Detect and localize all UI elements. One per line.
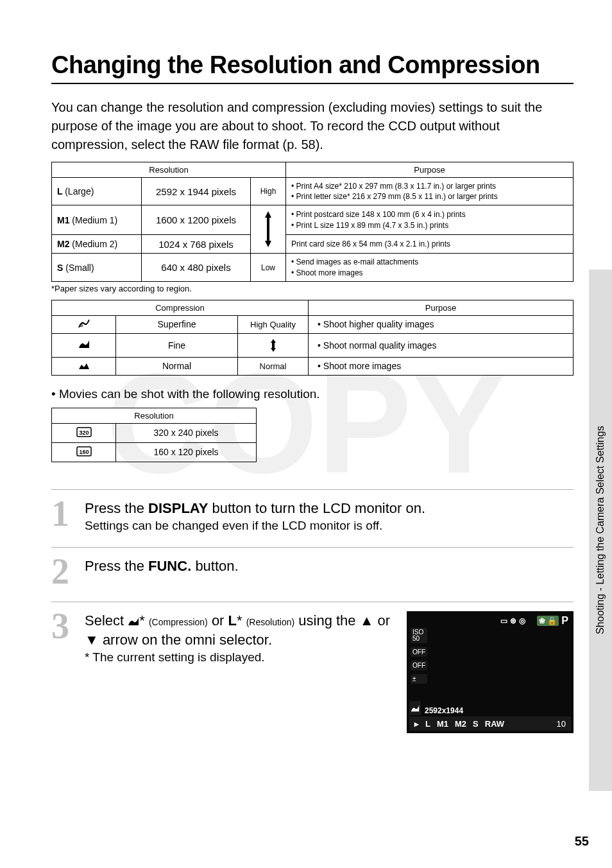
card-icon: ▭ <box>500 616 507 625</box>
compression-table: Compression Purpose S Superfine High Qua… <box>51 300 574 376</box>
macro-icon: ❀ <box>539 616 545 625</box>
res-high-label: High <box>251 178 286 205</box>
step-number: 3 <box>51 611 76 642</box>
res-row-purpose: • Send images as e-mail attachments • Sh… <box>286 254 574 281</box>
steps-list: 1 Press the DISPLAY button to turn the L… <box>51 489 574 747</box>
movie-resolution-table: Resolution 320 320 x 240 pixels 160 160 … <box>51 408 257 462</box>
target-icon: ◎ <box>519 616 525 625</box>
purpose-header: Purpose <box>286 162 574 178</box>
intro-paragraph: You can change the resolution and compre… <box>51 98 574 154</box>
lcd-top-row: ▭ ⊛ ◎ ❀ 🔒 P <box>500 615 568 627</box>
fine-icon <box>128 617 139 626</box>
res-row-pixels: 2592 x 1944 pixels <box>142 178 251 205</box>
res-row-label: M1 (Medium 1) <box>52 205 142 235</box>
movie-pixels: 160 x 120 pixels <box>116 442 257 462</box>
flash-icon: ⊛ <box>510 616 516 625</box>
lcd-count: 10 <box>557 719 566 729</box>
comp-purpose: • Shoot more images <box>309 357 574 375</box>
comp-arrow-icon <box>238 333 309 357</box>
lcd-opt: S <box>473 719 479 729</box>
lcd-preview: ▭ ⊛ ◎ ❀ 🔒 P ISO 50 OFF OFF ± <box>407 611 574 733</box>
res-row-label: M2 (Medium 2) <box>52 234 142 253</box>
res-row-purpose: Print card size 86 x 54 mm (3.4 x 2.1 in… <box>286 234 574 253</box>
res-row-purpose: • Print A4 size* 210 x 297 mm (8.3 x 11.… <box>286 178 574 205</box>
movie-header: Resolution <box>52 408 257 423</box>
res-row-pixels: 1024 x 768 pixels <box>142 234 251 253</box>
step-1: 1 Press the DISPLAY button to turn the L… <box>51 489 574 548</box>
step-heading: Press the FUNC. button. <box>85 557 574 576</box>
lcd-left-column: ISO 50 OFF OFF ± <box>411 628 427 684</box>
svg-text:320: 320 <box>79 430 89 436</box>
comp-name: Normal <box>116 357 238 375</box>
svg-text:S: S <box>80 322 83 328</box>
step-heading: Select * (Compression) or L* (Resolution… <box>85 611 394 649</box>
res-row-pixels: 640 x 480 pixels <box>142 254 251 281</box>
page-title: Changing the Resolution and Compression <box>51 51 574 84</box>
step-3: 3 Select * (Compression) or L* (Resoluti… <box>51 602 574 747</box>
mode-indicator: P <box>561 615 568 627</box>
superfine-icon: S <box>52 315 116 333</box>
normal-icon <box>52 357 116 375</box>
res-row-label: L (Large) <box>52 178 142 205</box>
compression-header: Compression <box>52 300 309 315</box>
step-subtext: * The current setting is displayed. <box>85 650 394 664</box>
comp-purpose: • Shoot higher quality images <box>309 315 574 333</box>
lcd-size-text: 2592x1944 <box>425 706 463 715</box>
lcd-opt: RAW <box>485 719 504 729</box>
lcd-opt: M1 <box>437 719 448 729</box>
resolution-table: Resolution Purpose L (Large) 2592 x 1944… <box>51 162 574 282</box>
fine-icon <box>52 333 116 357</box>
movie-note: • Movies can be shot with the following … <box>51 387 574 401</box>
movie-320-icon: 320 <box>52 423 116 442</box>
movie-160-icon: 160 <box>52 442 116 462</box>
lcd-opt: M2 <box>455 719 466 729</box>
lcd-bottom-bar: ▸ L M1 M2 S RAW 10 <box>409 716 571 731</box>
step-number: 2 <box>51 557 76 587</box>
page-number: 55 <box>575 834 589 849</box>
step-2: 2 Press the FUNC. button. <box>51 547 574 602</box>
step-heading: Press the DISPLAY button to turn the LCD… <box>85 499 574 518</box>
svg-text:160: 160 <box>79 449 89 455</box>
comp-purpose: • Shoot normal quality images <box>309 333 574 357</box>
comp-low-label: Normal <box>238 357 309 375</box>
res-arrow-icon <box>251 205 286 254</box>
step-number: 1 <box>51 499 76 530</box>
res-low-label: Low <box>251 254 286 281</box>
res-row-purpose: • Print postcard size 148 x 100 mm (6 x … <box>286 205 574 235</box>
purpose-header-2: Purpose <box>309 300 574 315</box>
comp-name: Fine <box>116 333 238 357</box>
comp-name: Superfine <box>116 315 238 333</box>
lcd-arrow-icon: ▸ <box>414 719 419 729</box>
res-row-label: S (Small) <box>52 254 142 281</box>
comp-high-label: High Quality <box>238 315 309 333</box>
lcd-opt: L <box>425 719 430 729</box>
lcd-compression-icon <box>409 701 421 715</box>
resolution-header: Resolution <box>52 162 286 178</box>
footnote: *Paper sizes vary according to region. <box>51 284 574 293</box>
lock-icon: 🔒 <box>547 616 557 625</box>
section-tab: Shooting - Letting the Camera Select Set… <box>589 270 612 791</box>
res-row-pixels: 1600 x 1200 pixels <box>142 205 251 235</box>
movie-pixels: 320 x 240 pixels <box>116 423 257 442</box>
step-subtext: Settings can be changed even if the LCD … <box>85 519 574 533</box>
